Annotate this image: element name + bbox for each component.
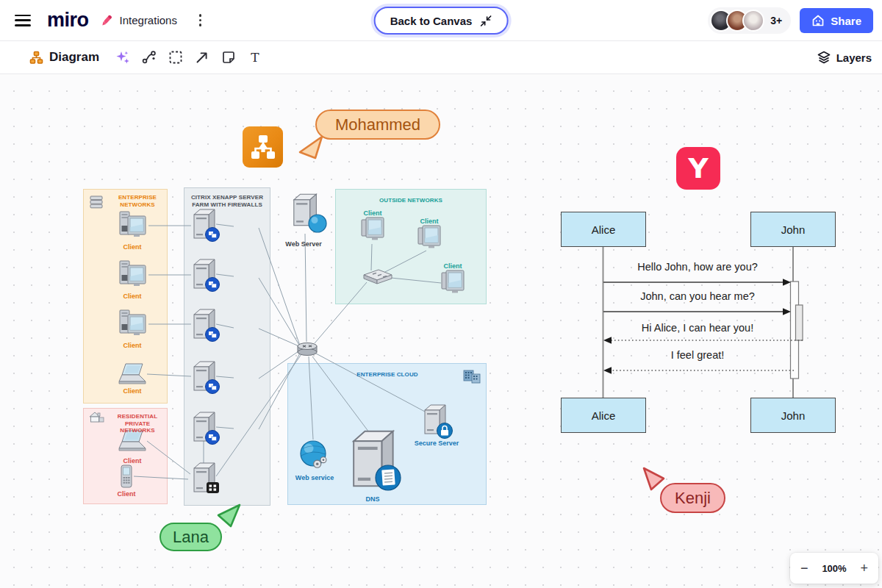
cursor-lana (218, 505, 240, 526)
client-label: Client (123, 293, 141, 300)
sequence-message: Hello John, how are you? (603, 261, 792, 273)
client-workstation-icon (120, 261, 146, 286)
actor-label: Alice (592, 223, 616, 236)
zoom-controls: − 100% + (790, 553, 878, 584)
activation-bar-nested (796, 305, 803, 340)
terminal-badge-icon (207, 482, 219, 493)
panel-title-enterprise-cloud: ENTERPRISE CLOUD (346, 371, 429, 379)
cursor-kenji (644, 468, 664, 490)
y-app-logo[interactable]: Y (676, 147, 720, 190)
svg-text:T: T (251, 50, 259, 65)
client-label: Client (123, 457, 141, 465)
hamburger-icon[interactable] (15, 15, 31, 26)
layers-icon (817, 50, 831, 65)
top-bar: miro Integrations Back to Canvas 3+ Shar… (0, 0, 882, 41)
panel-title-residential: RESIDENTIAL PRIVATE NETWORKS (109, 413, 166, 434)
org-chart-app-logo[interactable] (243, 126, 283, 168)
client-label: Client (420, 218, 438, 225)
actor-label: John (781, 223, 806, 236)
client-workstation-icon (120, 310, 146, 335)
network-connections (134, 224, 441, 479)
avatar[interactable] (742, 10, 764, 32)
client-label: Client (363, 209, 381, 217)
collaborator-label-mohammed: Mohammed (315, 110, 440, 140)
y-glyph: Y (688, 152, 709, 184)
arrow-tool-icon[interactable] (192, 48, 212, 68)
client-label: Client (123, 387, 141, 395)
share-button[interactable]: Share (800, 8, 873, 33)
stack-icon (90, 196, 102, 208)
actor-label: Alice (592, 409, 616, 422)
panel-title-outside-networks: OUTSIDE NETWORKS (370, 197, 452, 204)
sequence-message: I feel great! (603, 349, 792, 361)
lock-badge-icon (437, 423, 453, 439)
miro-logo: miro (47, 9, 89, 32)
outside-client-icon (362, 218, 384, 240)
outside-client-icon (418, 226, 440, 248)
actor-box-alice-bottom[interactable]: Alice (561, 398, 646, 433)
actor-box-alice-top[interactable]: Alice (561, 212, 646, 247)
client-label: Client (123, 243, 141, 251)
collapse-icon (479, 15, 492, 27)
actor-box-john-top[interactable]: John (750, 212, 836, 247)
hub-icon (298, 343, 317, 356)
secure-server-label: Secure Server (415, 440, 459, 447)
client-phone-icon (121, 465, 132, 487)
back-to-canvas-label: Back to Canvas (390, 15, 473, 27)
actor-box-john-bottom[interactable]: John (750, 398, 836, 433)
marquee-select-icon[interactable] (165, 48, 185, 68)
globe-badge-icon (309, 215, 326, 232)
sequence-message: John, can you hear me? (603, 290, 792, 302)
client-label: Client (443, 262, 462, 270)
share-label: Share (831, 15, 861, 27)
client-workstation-icon (120, 212, 146, 237)
miro-app: miro Integrations Back to Canvas 3+ Shar… (0, 0, 882, 588)
pencil-icon (99, 13, 114, 28)
client-laptop-icon (119, 364, 146, 384)
layers-label: Layers (836, 51, 872, 64)
collaborator-label-lana: Lana (159, 523, 222, 551)
panel-title-enterprise-networks: ENTERPRISE NETWORKS (109, 194, 166, 208)
layers-button[interactable]: Layers (817, 50, 872, 65)
dns-doc-badge-icon (376, 465, 401, 490)
kebab-menu-icon[interactable] (199, 14, 201, 26)
switch-icon (364, 270, 392, 284)
sticky-note-icon[interactable] (218, 48, 238, 68)
toolbar-title: Diagram (49, 50, 99, 65)
sequence-message: Hi Alice, I can hear you! (603, 322, 792, 334)
collaborator-label-kenji: Kenji (660, 483, 725, 513)
cursor-mohammed (300, 137, 322, 158)
home-share-icon (811, 14, 825, 27)
whiteboard-canvas[interactable]: ENTERPRISE NETWORKS RESIDENTIAL PRIVATE … (0, 74, 882, 588)
actor-label: John (781, 409, 806, 422)
client-label: Client (123, 342, 141, 349)
collaborator-avatars[interactable]: 3+ (708, 7, 791, 34)
outside-client-icon (442, 270, 464, 293)
buildings-icon (464, 370, 480, 383)
zoom-in-button[interactable]: + (860, 562, 868, 575)
integrations-label[interactable]: Integrations (120, 14, 177, 26)
client-label: Client (117, 490, 135, 498)
house-icon (90, 412, 104, 422)
text-tool-icon[interactable]: T (245, 48, 265, 68)
org-chart-icon (29, 51, 43, 65)
web-service-label: Web service (295, 474, 334, 481)
avatar-overflow-count[interactable]: 3+ (770, 15, 782, 26)
panel-title-citrix: CITRIX XENAPP SERVER FARM WITH FIREWALLS (187, 194, 268, 208)
dns-label: DNS (365, 495, 379, 503)
zoom-out-button[interactable]: − (800, 562, 808, 575)
connector-tool-icon[interactable] (139, 48, 159, 68)
zoom-level[interactable]: 100% (822, 563, 846, 574)
back-to-canvas-button[interactable]: Back to Canvas (374, 7, 509, 35)
web-server-label: Web Server (285, 240, 321, 248)
diagram-toolbar: Diagram T Layers (0, 41, 882, 74)
ai-sparkles-icon[interactable] (112, 48, 132, 68)
